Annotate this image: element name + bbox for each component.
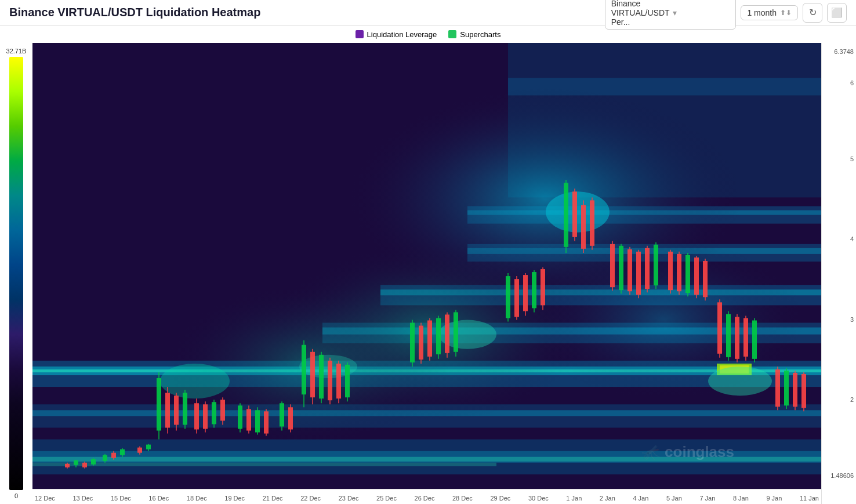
timeframe-label: 1 month — [747, 8, 777, 17]
svg-rect-80 — [310, 352, 315, 397]
svg-rect-108 — [532, 272, 536, 308]
svg-rect-48 — [146, 445, 151, 449]
svg-rect-122 — [619, 246, 623, 290]
svg-rect-118 — [590, 200, 594, 245]
y-axis-label: 5 — [850, 155, 854, 162]
exchange-label: Binance VIRTUAL/USDT Per... — [611, 0, 670, 27]
svg-rect-78 — [302, 345, 306, 394]
y-axis-inner: 6.3748654321.48606 — [822, 43, 856, 489]
stepper-icon: ⬆⬇ — [780, 9, 792, 17]
y-axis-label: 2 — [850, 396, 854, 403]
heatmap-svg: 🦟 coinglass — [32, 43, 821, 489]
x-axis-label: 25 Dec — [376, 495, 397, 502]
svg-rect-98 — [445, 314, 449, 353]
svg-rect-50 — [157, 378, 161, 430]
svg-point-28 — [546, 191, 610, 232]
refresh-button[interactable]: ↻ — [803, 3, 822, 23]
svg-rect-74 — [280, 403, 284, 426]
svg-rect-34 — [74, 461, 78, 465]
timeframe-selector[interactable]: 1 month ⬆⬇ — [741, 5, 798, 20]
svg-rect-124 — [628, 249, 632, 291]
x-axis-label: 15 Dec — [111, 495, 131, 502]
legend-label-supercharts: Supercharts — [460, 30, 500, 39]
x-axis-label: 26 Dec — [415, 495, 435, 502]
svg-rect-112 — [564, 183, 568, 247]
svg-rect-106 — [523, 275, 528, 311]
svg-rect-32 — [65, 464, 70, 467]
svg-rect-126 — [636, 252, 641, 295]
svg-rect-110 — [541, 269, 545, 305]
svg-rect-70 — [255, 410, 260, 432]
y-axis-label: 6.3748 — [834, 48, 854, 55]
svg-rect-54 — [174, 396, 179, 425]
svg-rect-146 — [735, 317, 739, 358]
screenshot-button[interactable]: ⬜ — [827, 3, 847, 23]
svg-rect-92 — [419, 326, 423, 360]
x-axis-label: 29 Dec — [490, 495, 510, 502]
x-axis-label: 16 Dec — [148, 495, 169, 502]
svg-rect-88 — [345, 365, 350, 397]
x-axis-label: 8 Jan — [733, 495, 749, 502]
legend-item-supercharts: Supercharts — [448, 30, 500, 39]
svg-rect-58 — [194, 403, 199, 429]
svg-rect-150 — [752, 320, 757, 358]
heatmap-canvas: 🦟 coinglass — [32, 43, 821, 489]
svg-rect-100 — [454, 312, 458, 351]
y-axis-label: 1.48606 — [830, 472, 854, 479]
legend-label-liquidation: Liquidation Leverage — [367, 30, 437, 39]
chart-area: 32.71B 0 — [0, 43, 856, 504]
svg-rect-40 — [103, 455, 107, 461]
x-axis-label: 7 Jan — [699, 495, 715, 502]
svg-rect-128 — [645, 248, 650, 289]
svg-rect-116 — [581, 205, 586, 248]
gradient-bar — [9, 57, 23, 490]
x-axis-label: 13 Dec — [72, 495, 93, 502]
legend-color-liquidation — [356, 30, 364, 38]
x-axis-label: 9 Jan — [766, 495, 782, 502]
exchange-selector[interactable]: Binance VIRTUAL/USDT Per... ▾ — [605, 0, 737, 30]
svg-rect-72 — [264, 411, 269, 433]
x-axis-label: 5 Jan — [666, 495, 682, 502]
x-axis-labels: 12 Dec13 Dec15 Dec16 Dec18 Dec19 Dec21 D… — [32, 495, 821, 502]
y-axis: 6.3748654321.48606 — [821, 43, 856, 504]
header-controls: Binance VIRTUAL/USDT Per... ▾ 1 month ⬆⬇… — [605, 0, 847, 30]
x-axis-label: 30 Dec — [528, 495, 549, 502]
svg-rect-104 — [514, 279, 519, 317]
svg-point-29 — [708, 367, 772, 396]
svg-rect-76 — [288, 407, 293, 429]
x-axis-label: 22 Dec — [300, 495, 321, 502]
x-axis-label: 4 Jan — [633, 495, 648, 502]
svg-rect-132 — [668, 252, 673, 290]
y-axis-label: 4 — [850, 235, 854, 242]
svg-rect-144 — [726, 314, 731, 357]
svg-rect-90 — [410, 323, 415, 362]
x-axis-label: 21 Dec — [263, 495, 283, 502]
svg-rect-44 — [120, 449, 125, 455]
x-axis-label: 28 Dec — [452, 495, 473, 502]
dropdown-icon: ▾ — [673, 8, 730, 17]
legend-item-liquidation: Liquidation Leverage — [356, 30, 437, 39]
svg-rect-42 — [111, 453, 116, 458]
svg-rect-114 — [572, 191, 577, 237]
svg-rect-68 — [246, 409, 251, 430]
x-axis-label: 12 Dec — [35, 495, 55, 502]
svg-rect-36 — [82, 463, 87, 467]
x-axis: 12 Dec13 Dec15 Dec16 Dec18 Dec19 Dec21 D… — [32, 489, 821, 504]
x-axis-label: 2 Jan — [600, 495, 615, 502]
x-axis-label: 18 Dec — [187, 495, 207, 502]
svg-rect-46 — [137, 448, 142, 453]
svg-rect-84 — [328, 361, 332, 400]
legend-color-supercharts — [448, 30, 456, 38]
svg-rect-120 — [610, 244, 615, 287]
svg-rect-130 — [654, 245, 658, 285]
svg-rect-38 — [91, 459, 96, 465]
svg-rect-60 — [203, 404, 208, 429]
x-axis-label: 23 Dec — [339, 495, 359, 502]
y-axis-label: 6 — [850, 79, 854, 86]
svg-rect-138 — [694, 258, 699, 295]
svg-rect-142 — [717, 302, 722, 353]
svg-rect-86 — [336, 364, 341, 398]
svg-rect-52 — [165, 393, 170, 427]
x-axis-label: 11 Jan — [800, 495, 819, 502]
heatmap-container[interactable]: 🦟 coinglass 12 Dec13 Dec15 Dec16 Dec18 D… — [32, 43, 821, 504]
